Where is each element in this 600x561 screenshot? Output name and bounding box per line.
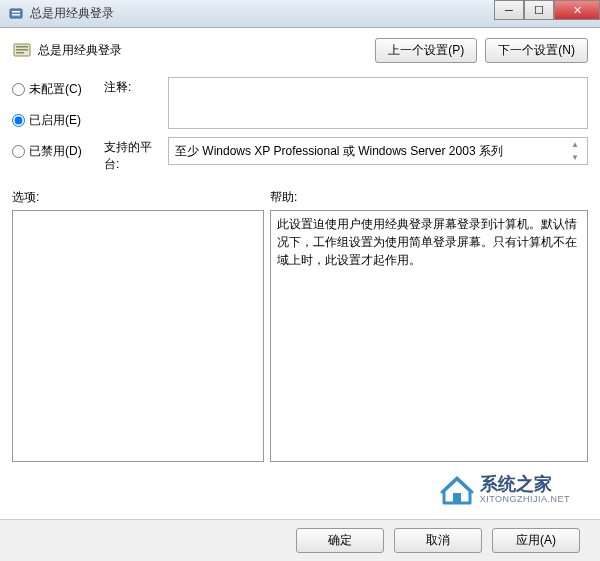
apply-button[interactable]: 应用(A) [492, 528, 580, 553]
next-setting-button[interactable]: 下一个设置(N) [485, 38, 588, 63]
svg-rect-5 [16, 49, 28, 51]
state-radio-group: 未配置(C) 已启用(E) 已禁用(D) [12, 77, 90, 173]
scroll-indicator-icon: ▲▼ [571, 140, 585, 162]
svg-rect-7 [453, 493, 461, 503]
svg-rect-2 [12, 14, 20, 16]
dialog-footer: 确定 取消 应用(A) [0, 519, 600, 561]
radio-not-configured[interactable]: 未配置(C) [12, 81, 90, 98]
watermark-name: 系统之家 [480, 475, 570, 495]
house-icon [440, 475, 474, 505]
ok-button[interactable]: 确定 [296, 528, 384, 553]
policy-icon [12, 41, 32, 61]
app-icon [8, 6, 24, 22]
watermark-url: XITONGZHIJIA.NET [480, 495, 570, 505]
window-title: 总是用经典登录 [30, 5, 114, 22]
help-text: 此设置迫使用户使用经典登录屏幕登录到计算机。默认情况下，工作组设置为使用简单登录… [277, 217, 577, 267]
header-row: 总是用经典登录 上一个设置(P) 下一个设置(N) [12, 38, 588, 63]
radio-not-configured-input[interactable] [12, 83, 25, 96]
radio-enabled[interactable]: 已启用(E) [12, 112, 90, 129]
dialog-content: 总是用经典登录 上一个设置(P) 下一个设置(N) 未配置(C) 已启用(E) [0, 28, 600, 519]
maximize-button[interactable]: ☐ [524, 0, 554, 20]
comment-label: 注释: [104, 77, 160, 129]
config-row: 未配置(C) 已启用(E) 已禁用(D) 注释: 支持的平台: [12, 77, 588, 173]
options-label: 选项: [12, 189, 270, 206]
svg-rect-6 [16, 52, 24, 54]
platform-label: 支持的平台: [104, 137, 160, 173]
radio-not-configured-label: 未配置(C) [29, 81, 82, 98]
supported-platform-box: 至少 Windows XP Professional 或 Windows Ser… [168, 137, 588, 165]
help-label: 帮助: [270, 189, 297, 206]
close-button[interactable]: ✕ [554, 0, 600, 20]
svg-rect-1 [12, 11, 20, 13]
svg-rect-0 [10, 9, 22, 18]
radio-enabled-input[interactable] [12, 114, 25, 127]
radio-disabled-label: 已禁用(D) [29, 143, 82, 160]
window-controls: ─ ☐ ✕ [494, 0, 600, 20]
watermark: 系统之家 XITONGZHIJIA.NET [440, 475, 570, 505]
options-pane [12, 210, 264, 462]
cancel-button[interactable]: 取消 [394, 528, 482, 553]
comment-input[interactable] [168, 77, 588, 129]
radio-disabled-input[interactable] [12, 145, 25, 158]
policy-title: 总是用经典登录 [38, 42, 122, 59]
radio-enabled-label: 已启用(E) [29, 112, 81, 129]
policy-dialog: 总是用经典登录 ─ ☐ ✕ 总是用经典登录 上一个设置(P) [0, 0, 600, 561]
minimize-button[interactable]: ─ [494, 0, 524, 20]
titlebar[interactable]: 总是用经典登录 ─ ☐ ✕ [0, 0, 600, 28]
help-pane: 此设置迫使用户使用经典登录屏幕登录到计算机。默认情况下，工作组设置为使用简单登录… [270, 210, 588, 462]
platform-value: 至少 Windows XP Professional 或 Windows Ser… [175, 143, 503, 160]
prev-setting-button[interactable]: 上一个设置(P) [375, 38, 477, 63]
radio-disabled[interactable]: 已禁用(D) [12, 143, 90, 160]
svg-rect-4 [16, 46, 28, 48]
